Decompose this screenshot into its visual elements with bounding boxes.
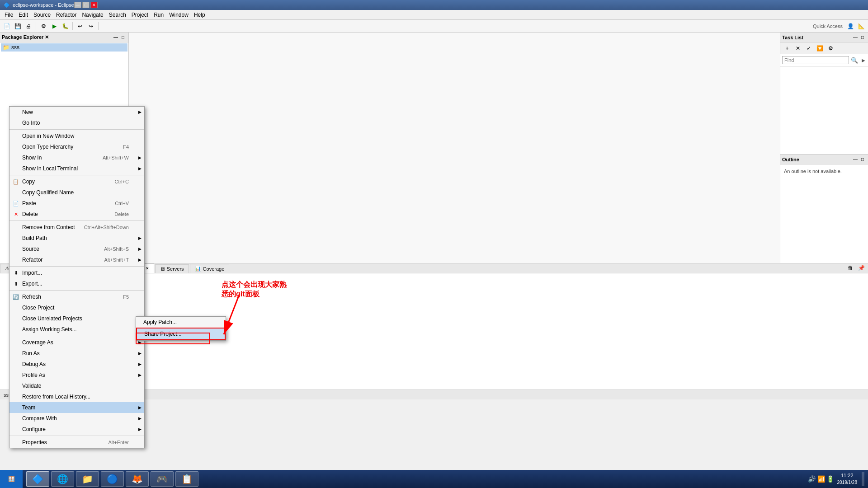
console-clear-btn[interactable]: 🗑 — [845, 263, 855, 273]
forward-icon[interactable]: ▶ — [862, 58, 865, 63]
ctx-open-new-window[interactable]: Open in New Window — [9, 131, 144, 141]
outline-min[interactable]: — — [852, 156, 859, 163]
ctx-coverage-as[interactable]: Coverage As — [9, 337, 144, 348]
ctx-validate[interactable]: Validate — [9, 380, 144, 391]
menu-project[interactable]: Project — [129, 11, 151, 19]
minimize-panel-button[interactable]: — — [112, 34, 119, 41]
ctx-open-type-hierarchy[interactable]: Open Type HierarchyF4 — [9, 141, 144, 152]
ctx-show-in[interactable]: Show InAlt+Shift+W — [9, 152, 144, 163]
menu-navigate[interactable]: Navigate — [79, 11, 106, 19]
menu-refactor[interactable]: Refactor — [53, 11, 79, 19]
team-share-project[interactable]: Share Project... — [136, 328, 226, 340]
refresh-icon: 🔄 — [12, 293, 19, 300]
toolbar-sep-3 — [98, 22, 99, 30]
outline-max[interactable]: □ — [859, 156, 866, 163]
maximize-button[interactable]: □ — [82, 2, 90, 8]
team-icon — [12, 404, 19, 411]
task-mark-button[interactable]: ✓ — [804, 43, 814, 53]
taskbar-ie[interactable]: 🌐 — [51, 471, 74, 487]
undo-button[interactable]: ↩ — [75, 21, 85, 31]
ctx-source[interactable]: SourceAlt+Shift+S — [9, 244, 144, 254]
ctx-profile-as[interactable]: Profile As — [9, 370, 144, 380]
ctx-close-unrelated[interactable]: Close Unrelated Projects — [9, 313, 144, 324]
working-sets-icon — [12, 326, 19, 333]
taskbar-app6[interactable]: 📋 — [175, 471, 198, 487]
ctx-go-into[interactable]: Go Into — [9, 117, 144, 128]
task-find-input[interactable] — [782, 56, 849, 64]
menu-window[interactable]: Window — [166, 11, 191, 19]
close-unrelated-icon — [12, 315, 19, 322]
task-list-max[interactable]: □ — [859, 34, 866, 41]
quick-access-label: Quick Access — [813, 23, 843, 29]
ctx-close-project[interactable]: Close Project — [9, 302, 144, 313]
ctx-show-local-terminal[interactable]: Show in Local Terminal — [9, 163, 144, 174]
perspective-icon[interactable]: 📐 — [856, 21, 866, 31]
console-toolbar: 🗑 📌 — [844, 263, 868, 273]
ctx-sep-6 — [9, 336, 144, 336]
ctx-delete[interactable]: ✕DeleteDelete — [9, 209, 144, 220]
print-button[interactable]: 🖨 — [24, 21, 33, 31]
menu-run[interactable]: Run — [151, 11, 166, 19]
ctx-remove-context[interactable]: Remove from ContextCtrl+Alt+Shift+Down — [9, 222, 144, 233]
start-button[interactable]: 🪟 — [0, 470, 23, 488]
menu-search[interactable]: Search — [106, 11, 129, 19]
menu-file[interactable]: File — [2, 11, 16, 19]
tab-coverage[interactable]: 📊 Coverage — [190, 264, 230, 273]
ctx-sep-2 — [9, 175, 144, 175]
show-desktop-button[interactable] — [862, 472, 864, 486]
task-delete-button[interactable]: ✕ — [793, 43, 803, 53]
ctx-new[interactable]: New — [9, 107, 144, 117]
team-apply-patch[interactable]: Apply Patch... — [136, 317, 226, 328]
ctx-sep-5 — [9, 290, 144, 291]
project-item-sss[interactable]: 📁 sss — [1, 43, 127, 52]
ctx-restore-local[interactable]: Restore from Local History... — [9, 391, 144, 402]
build-button[interactable]: ⚙ — [38, 21, 48, 31]
ctx-export[interactable]: ⬆Export... — [9, 278, 144, 289]
ctx-paste[interactable]: 📄PasteCtrl+V — [9, 198, 144, 209]
taskbar-firefox[interactable]: 🦊 — [126, 471, 149, 487]
task-add-button[interactable]: + — [782, 43, 792, 53]
quick-access-icon[interactable]: 👤 — [845, 21, 855, 31]
taskbar-eclipse[interactable]: 🔷 — [26, 471, 49, 487]
menu-help[interactable]: Help — [191, 11, 208, 19]
task-filter-button[interactable]: 🔽 — [815, 43, 825, 53]
ctx-refresh[interactable]: 🔄RefreshF5 — [9, 291, 144, 302]
tab-servers[interactable]: 🖥 Servers — [155, 264, 189, 273]
clock-date: 2019/1/28 — [837, 479, 858, 486]
close-project-icon — [12, 304, 19, 311]
copy-qualified-icon — [12, 189, 19, 196]
taskbar-explorer[interactable]: 📁 — [76, 471, 99, 487]
debug-button[interactable]: 🐛 — [60, 21, 70, 31]
ctx-compare-with[interactable]: Compare With — [9, 413, 144, 424]
menu-source[interactable]: Source — [31, 11, 53, 19]
system-clock[interactable]: 11:22 2019/1/28 — [837, 472, 858, 485]
ctx-copy-qualified[interactable]: Copy Qualified Name — [9, 187, 144, 198]
ctx-run-as[interactable]: Run As — [9, 348, 144, 359]
ctx-import[interactable]: ⬇Import... — [9, 267, 144, 278]
context-menu: New Go Into Open in New Window Open Type… — [9, 106, 145, 448]
configure-icon — [12, 426, 19, 433]
close-button[interactable]: ✕ — [90, 2, 98, 8]
redo-button[interactable]: ↪ — [86, 21, 96, 31]
task-settings-button[interactable]: ⚙ — [826, 43, 835, 53]
minimize-button[interactable]: — — [74, 2, 81, 8]
ctx-properties[interactable]: PropertiesAlt+Enter — [9, 437, 144, 448]
menu-edit[interactable]: Edit — [16, 11, 31, 19]
maximize-panel-button[interactable]: □ — [119, 34, 127, 41]
ctx-configure[interactable]: Configure — [9, 424, 144, 435]
taskbar-app5[interactable]: 🎮 — [151, 471, 174, 487]
console-pin-btn[interactable]: 📌 — [856, 263, 866, 273]
servers-icon: 🖥 — [160, 266, 165, 272]
ctx-refactor[interactable]: RefactorAlt+Shift+T — [9, 254, 144, 265]
new-file-button[interactable]: 📄 — [2, 21, 12, 31]
ctx-assign-working-sets[interactable]: Assign Working Sets... — [9, 324, 144, 335]
ctx-copy[interactable]: 📋CopyCtrl+C — [9, 176, 144, 187]
save-button[interactable]: 💾 — [13, 21, 23, 31]
ctx-debug-as[interactable]: Debug As — [9, 359, 144, 370]
task-list-min[interactable]: — — [852, 34, 859, 41]
taskbar-chrome[interactable]: 🔵 — [101, 471, 124, 487]
task-find-icon[interactable]: 🔍 — [851, 57, 858, 64]
ctx-build-path[interactable]: Build Path — [9, 233, 144, 244]
run-button[interactable]: ▶ — [49, 21, 59, 31]
ctx-team[interactable]: Team — [9, 402, 144, 413]
